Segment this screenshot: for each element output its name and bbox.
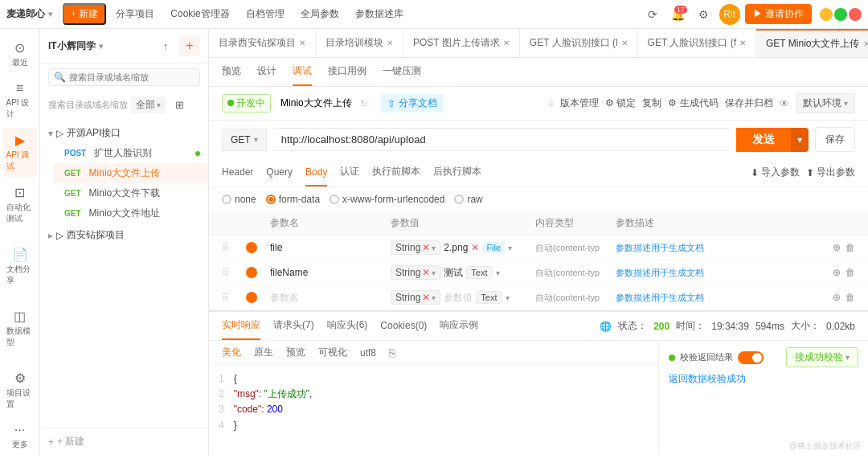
new-button[interactable]: + 新建 — [63, 3, 106, 25]
sub-tab-debug[interactable]: 调试 — [293, 58, 312, 86]
nav-auto-test[interactable]: ⊡ 自动化测试 — [3, 180, 37, 229]
drag-handle[interactable]: ⠿ — [222, 292, 246, 303]
resp-view-encoding[interactable]: utf8 — [357, 346, 379, 360]
bottom-tab-realtime[interactable]: 实时响应 — [222, 312, 260, 340]
row-checkbox[interactable] — [246, 267, 257, 278]
tab-close[interactable]: ✕ — [503, 39, 510, 47]
tab-minio-upload[interactable]: GET Minio大文件上传 ✕ — [756, 29, 868, 57]
params-history-btn[interactable]: 参数据述库 — [349, 5, 410, 23]
nav-recent[interactable]: ⊙ 最近 — [3, 35, 37, 73]
tab-post-img[interactable]: POST 图片上传请求 ✕ — [403, 29, 520, 57]
delete-param-btn[interactable]: 🗑 — [845, 292, 855, 303]
type-select[interactable]: String ✕ ▾ — [391, 240, 440, 255]
bottom-tab-cookies[interactable]: Cookies(0) — [380, 312, 427, 340]
params-tab-pre-script[interactable]: 执行前脚本 — [372, 158, 420, 187]
params-tab-body[interactable]: Body — [305, 158, 327, 187]
tab-close[interactable]: ✕ — [863, 39, 869, 48]
version-mgmt-btn[interactable]: 版本管理 — [560, 96, 599, 110]
search-input[interactable] — [69, 72, 194, 82]
nav-more[interactable]: ··· 更多 — [3, 418, 37, 455]
copy-btn[interactable]: 复制 — [642, 96, 661, 110]
share-doc-btn[interactable]: ⇧ 分享文档 — [381, 94, 444, 113]
resp-view-raw[interactable]: 原生 — [251, 344, 276, 361]
sub-tab-stress[interactable]: 一键压测 — [383, 58, 421, 86]
share-project-btn[interactable]: 分享项目 — [109, 5, 161, 23]
tab-catalog-2[interactable]: 目录培训模块 ✕ — [316, 29, 403, 57]
row-checkbox[interactable] — [246, 242, 257, 253]
nav-data-model[interactable]: ◫ 数据模型 — [3, 304, 37, 353]
type-clear[interactable]: ✕ — [422, 267, 430, 278]
params-tab-query[interactable]: Query — [266, 158, 293, 187]
drag-handle[interactable]: ⠿ — [222, 267, 246, 278]
tree-child-minio-download[interactable]: GET Minio大文件下载 — [53, 183, 208, 203]
tab-get-face-2[interactable]: GET 人脸识别接口 (f ✕ — [638, 29, 756, 57]
tab-catalog-1[interactable]: 目录西安钻探项目 ✕ — [209, 29, 316, 57]
add-param-btn[interactable]: ⊕ — [833, 292, 841, 303]
verify-link[interactable]: 返回数据校验成功 — [669, 372, 858, 386]
resp-view-preview[interactable]: 预览 — [283, 344, 309, 361]
cookie-manager-btn[interactable]: Cookie管理器 — [164, 5, 235, 23]
maximize-btn[interactable] — [834, 8, 847, 21]
add-param-btn[interactable]: ⊕ — [833, 242, 841, 253]
success-btn[interactable]: 接成功校验 ▾ — [786, 347, 858, 367]
lock-btn[interactable]: ⚙ 锁定 — [605, 96, 636, 110]
delete-param-btn[interactable]: 🗑 — [845, 242, 855, 253]
doc-manager-btn[interactable]: 自档管理 — [240, 5, 291, 23]
nav-api-design[interactable]: ≡ API 设计 — [3, 76, 37, 125]
type-select[interactable]: String ✕ ▾ — [391, 265, 440, 280]
bottom-tab-examples[interactable]: 响应示例 — [440, 312, 478, 340]
tree-child-minio-upload[interactable]: GET Minio大文件上传 — [53, 163, 208, 183]
sidebar-view-toggle[interactable]: ⊞ — [169, 94, 190, 115]
params-tab-auth[interactable]: 认证 — [340, 158, 359, 187]
tab-close[interactable]: ✕ — [387, 39, 393, 47]
tree-parent-xian[interactable]: ▸ ▷ 西安钻探项目 — [40, 225, 208, 245]
option-urlencoded[interactable]: x-www-form-urlencoded — [330, 194, 444, 205]
option-raw[interactable]: raw — [454, 194, 482, 205]
send-dropdown[interactable]: ▾ — [791, 128, 809, 152]
close-btn[interactable] — [849, 8, 862, 21]
param-desc[interactable]: 参数描述用于生成文档 — [616, 242, 776, 254]
sub-tab-preview[interactable]: 预览 — [222, 58, 241, 86]
nav-api-debug[interactable]: ▶ API 调试 — [3, 128, 37, 177]
add-button[interactable]: + + 新建 — [48, 435, 200, 449]
sidebar-upload-icon[interactable]: ↑ — [155, 35, 176, 56]
refresh-icon[interactable]: ⟳ — [642, 4, 663, 25]
nav-doc-share[interactable]: 📄 文档分享 — [3, 242, 37, 291]
drag-handle[interactable]: ⠿ — [222, 242, 246, 253]
tree-parent-openapi[interactable]: ▾ ▷ 开源API接口 — [40, 123, 208, 143]
invite-btn[interactable]: ▶ 邀请协作 — [745, 4, 812, 24]
sub-tab-design[interactable]: 设计 — [257, 58, 276, 86]
row-checkbox[interactable] — [246, 292, 257, 303]
param-desc[interactable]: 参数描述用于生成文档 — [616, 267, 776, 279]
add-param-btn[interactable]: ⊕ — [833, 267, 841, 278]
type-clear[interactable]: ✕ — [422, 292, 430, 303]
type-select[interactable]: String ✕ ▾ — [391, 290, 440, 305]
save-archive-btn[interactable]: 保存并归档 — [725, 96, 773, 110]
toggle-switch[interactable] — [738, 351, 764, 364]
nav-project-settings[interactable]: ⚙ 项目设置 — [3, 366, 37, 415]
send-button[interactable]: 发送 — [736, 128, 791, 152]
method-select[interactable]: GET ▾ — [222, 129, 267, 151]
value-clear[interactable]: ✕ — [471, 242, 479, 253]
option-none[interactable]: none — [222, 194, 256, 205]
env-select[interactable]: 默认环境 ▾ — [796, 93, 855, 113]
bottom-tab-req-header[interactable]: 请求头(7) — [273, 312, 314, 340]
params-tab-header[interactable]: Header — [222, 158, 253, 187]
minimize-btn[interactable] — [820, 8, 833, 21]
tree-child-minio-addr[interactable]: GET Minio大文件地址 — [53, 203, 208, 223]
settings-icon[interactable]: ⚙ — [694, 4, 714, 25]
gen-code-btn[interactable]: ⚙ 生成代码 — [668, 96, 718, 110]
tab-close[interactable]: ✕ — [621, 39, 628, 47]
type-clear[interactable]: ✕ — [422, 242, 430, 253]
resp-view-beautify[interactable]: 美化 — [219, 344, 244, 361]
url-input[interactable] — [273, 128, 730, 151]
logo-chevron[interactable]: ▾ — [48, 10, 52, 18]
tab-close[interactable]: ✕ — [739, 39, 746, 47]
sidebar-user-chevron[interactable]: ▾ — [99, 42, 103, 51]
export-params-btn[interactable]: ⬆ 导出参数 — [806, 166, 855, 179]
eye-icon[interactable]: 👁 — [780, 98, 789, 109]
tree-child-face-recog[interactable]: POST 扩世人脸识别 — [53, 143, 208, 163]
global-params-btn[interactable]: 全局参数 — [294, 5, 346, 23]
bottom-tab-resp-header[interactable]: 响应头(6) — [327, 312, 368, 340]
resp-view-visual[interactable]: 可视化 — [315, 344, 350, 361]
